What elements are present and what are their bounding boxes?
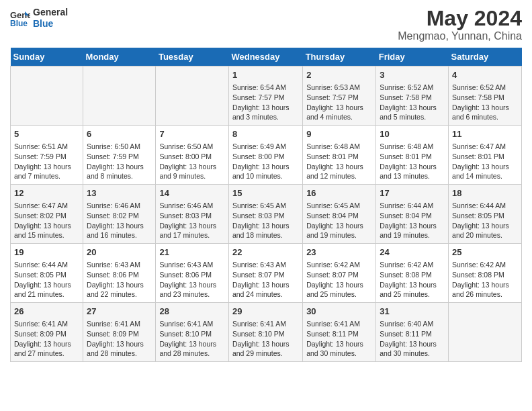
day-info: Sunrise: 6:51 AM Sunset: 7:59 PM Dayligh…	[14, 142, 79, 181]
calendar-cell: 10Sunrise: 6:48 AM Sunset: 8:01 PM Dayli…	[376, 126, 449, 185]
calendar-cell: 20Sunrise: 6:43 AM Sunset: 8:06 PM Dayli…	[83, 244, 156, 303]
day-number: 18	[452, 187, 518, 199]
weekday-header-friday: Friday	[376, 48, 449, 66]
day-number: 9	[306, 128, 372, 140]
day-info: Sunrise: 6:40 AM Sunset: 8:11 PM Dayligh…	[380, 319, 445, 359]
day-number: 29	[232, 306, 299, 318]
day-number: 4	[452, 69, 518, 81]
day-info: Sunrise: 6:47 AM Sunset: 8:02 PM Dayligh…	[14, 201, 79, 240]
day-info: Sunrise: 6:46 AM Sunset: 8:03 PM Dayligh…	[159, 201, 225, 240]
calendar-cell: 30Sunrise: 6:41 AM Sunset: 8:11 PM Dayli…	[303, 302, 376, 361]
calendar-cell: 22Sunrise: 6:43 AM Sunset: 8:07 PM Dayli…	[228, 244, 302, 303]
calendar-cell: 29Sunrise: 6:41 AM Sunset: 8:10 PM Dayli…	[228, 302, 302, 361]
week-row-5: 26Sunrise: 6:41 AM Sunset: 8:09 PM Dayli…	[11, 302, 522, 361]
month-title: May 2024	[398, 7, 522, 30]
day-info: Sunrise: 6:44 AM Sunset: 8:05 PM Dayligh…	[14, 260, 79, 300]
week-row-4: 19Sunrise: 6:44 AM Sunset: 8:05 PM Dayli…	[11, 244, 522, 303]
day-number: 6	[87, 128, 152, 140]
day-number: 28	[159, 306, 225, 318]
header: General Blue General Blue May 2024 Mengm…	[10, 7, 522, 42]
day-info: Sunrise: 6:43 AM Sunset: 8:06 PM Dayligh…	[87, 260, 152, 300]
day-number: 5	[14, 128, 79, 140]
day-info: Sunrise: 6:50 AM Sunset: 8:00 PM Dayligh…	[159, 142, 225, 181]
calendar-cell: 9Sunrise: 6:48 AM Sunset: 8:01 PM Daylig…	[303, 126, 376, 185]
weekday-header-thursday: Thursday	[303, 48, 376, 66]
calendar-cell: 1Sunrise: 6:54 AM Sunset: 7:57 PM Daylig…	[228, 66, 302, 126]
day-info: Sunrise: 6:41 AM Sunset: 8:11 PM Dayligh…	[306, 319, 372, 359]
day-info: Sunrise: 6:54 AM Sunset: 7:57 PM Dayligh…	[232, 83, 299, 122]
day-number: 14	[159, 187, 225, 199]
day-info: Sunrise: 6:44 AM Sunset: 8:04 PM Dayligh…	[380, 201, 445, 240]
svg-text:Blue: Blue	[10, 19, 28, 28]
day-number: 23	[306, 246, 372, 259]
day-number: 3	[380, 69, 445, 81]
day-info: Sunrise: 6:41 AM Sunset: 8:10 PM Dayligh…	[159, 319, 225, 359]
day-number: 27	[87, 306, 152, 318]
day-number: 26	[14, 306, 79, 318]
day-number: 2	[306, 69, 372, 81]
logo-blue: Blue	[33, 18, 68, 30]
calendar-cell: 15Sunrise: 6:45 AM Sunset: 8:03 PM Dayli…	[228, 185, 302, 244]
week-row-3: 12Sunrise: 6:47 AM Sunset: 8:02 PM Dayli…	[11, 185, 522, 244]
calendar-cell: 13Sunrise: 6:46 AM Sunset: 8:02 PM Dayli…	[83, 185, 156, 244]
day-info: Sunrise: 6:43 AM Sunset: 8:06 PM Dayligh…	[159, 260, 225, 300]
day-number: 11	[452, 128, 518, 140]
day-info: Sunrise: 6:43 AM Sunset: 8:07 PM Dayligh…	[232, 260, 299, 300]
calendar-cell: 4Sunrise: 6:52 AM Sunset: 7:58 PM Daylig…	[449, 66, 522, 126]
day-info: Sunrise: 6:48 AM Sunset: 8:01 PM Dayligh…	[380, 142, 445, 181]
day-number: 15	[232, 187, 299, 199]
day-info: Sunrise: 6:42 AM Sunset: 8:08 PM Dayligh…	[452, 260, 518, 300]
day-number: 21	[159, 246, 225, 259]
day-info: Sunrise: 6:45 AM Sunset: 8:04 PM Dayligh…	[306, 201, 372, 240]
weekday-header-monday: Monday	[83, 48, 156, 66]
day-info: Sunrise: 6:41 AM Sunset: 8:09 PM Dayligh…	[87, 319, 152, 359]
calendar-cell: 21Sunrise: 6:43 AM Sunset: 8:06 PM Dayli…	[156, 244, 229, 303]
day-number: 12	[14, 187, 79, 199]
weekday-header-tuesday: Tuesday	[156, 48, 229, 66]
weekday-header-wednesday: Wednesday	[228, 48, 302, 66]
day-number: 1	[232, 69, 299, 81]
calendar-cell: 25Sunrise: 6:42 AM Sunset: 8:08 PM Dayli…	[449, 244, 522, 303]
calendar-cell: 23Sunrise: 6:42 AM Sunset: 8:07 PM Dayli…	[303, 244, 376, 303]
calendar-cell: 12Sunrise: 6:47 AM Sunset: 8:02 PM Dayli…	[11, 185, 83, 244]
calendar-cell: 27Sunrise: 6:41 AM Sunset: 8:09 PM Dayli…	[83, 302, 156, 361]
logo-general: General	[33, 7, 68, 18]
day-number: 16	[306, 187, 372, 199]
calendar-cell: 26Sunrise: 6:41 AM Sunset: 8:09 PM Dayli…	[11, 302, 83, 361]
calendar-cell: 3Sunrise: 6:52 AM Sunset: 7:58 PM Daylig…	[376, 66, 449, 126]
calendar-cell: 14Sunrise: 6:46 AM Sunset: 8:03 PM Dayli…	[156, 185, 229, 244]
day-info: Sunrise: 6:53 AM Sunset: 7:57 PM Dayligh…	[306, 83, 372, 122]
calendar-table: SundayMondayTuesdayWednesdayThursdayFrid…	[10, 48, 522, 362]
calendar-cell: 7Sunrise: 6:50 AM Sunset: 8:00 PM Daylig…	[156, 126, 229, 185]
day-info: Sunrise: 6:42 AM Sunset: 8:08 PM Dayligh…	[380, 260, 445, 300]
day-number: 10	[380, 128, 445, 140]
weekday-header-sunday: Sunday	[11, 48, 83, 66]
calendar-cell: 8Sunrise: 6:49 AM Sunset: 8:00 PM Daylig…	[228, 126, 302, 185]
day-number: 8	[232, 128, 299, 140]
day-number: 22	[232, 246, 299, 259]
calendar-cell: 16Sunrise: 6:45 AM Sunset: 8:04 PM Dayli…	[303, 185, 376, 244]
day-info: Sunrise: 6:47 AM Sunset: 8:01 PM Dayligh…	[452, 142, 518, 181]
title-area: May 2024 Mengmao, Yunnan, China	[398, 7, 522, 42]
calendar-cell	[83, 66, 156, 126]
day-number: 13	[87, 187, 152, 199]
week-row-1: 1Sunrise: 6:54 AM Sunset: 7:57 PM Daylig…	[11, 66, 522, 126]
calendar-cell: 17Sunrise: 6:44 AM Sunset: 8:04 PM Dayli…	[376, 185, 449, 244]
day-number: 25	[452, 246, 518, 259]
day-info: Sunrise: 6:52 AM Sunset: 7:58 PM Dayligh…	[452, 83, 518, 122]
calendar-cell: 2Sunrise: 6:53 AM Sunset: 7:57 PM Daylig…	[303, 66, 376, 126]
logo: General Blue General Blue	[10, 7, 68, 30]
day-number: 19	[14, 246, 79, 259]
day-number: 17	[380, 187, 445, 199]
day-info: Sunrise: 6:41 AM Sunset: 8:10 PM Dayligh…	[232, 319, 299, 359]
weekday-header-saturday: Saturday	[449, 48, 522, 66]
day-number: 7	[159, 128, 225, 140]
day-info: Sunrise: 6:42 AM Sunset: 8:07 PM Dayligh…	[306, 260, 372, 300]
week-row-2: 5Sunrise: 6:51 AM Sunset: 7:59 PM Daylig…	[11, 126, 522, 185]
weekday-header-row: SundayMondayTuesdayWednesdayThursdayFrid…	[11, 48, 522, 66]
calendar-cell: 6Sunrise: 6:50 AM Sunset: 7:59 PM Daylig…	[83, 126, 156, 185]
day-info: Sunrise: 6:50 AM Sunset: 7:59 PM Dayligh…	[87, 142, 152, 181]
location-subtitle: Mengmao, Yunnan, China	[398, 30, 522, 42]
day-info: Sunrise: 6:41 AM Sunset: 8:09 PM Dayligh…	[14, 319, 79, 359]
calendar-cell	[449, 302, 522, 361]
